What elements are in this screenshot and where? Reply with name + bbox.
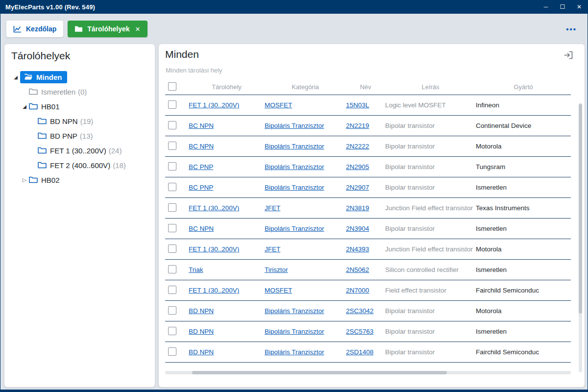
tree-item-bd-pnp[interactable]: BD PNP (13) — [4, 128, 155, 143]
storage-link[interactable]: Triak — [189, 266, 265, 273]
storage-link[interactable]: BD NPN — [189, 307, 265, 315]
storage-link[interactable]: BC NPN — [189, 225, 265, 232]
row-checkbox[interactable] — [168, 183, 176, 191]
category-link[interactable]: MOSFET — [265, 287, 346, 294]
category-link[interactable]: Bipoláris Tranzisztor — [265, 307, 346, 315]
col-header-category[interactable]: Kategória — [265, 83, 346, 91]
storage-link[interactable]: FET 1 (30..200V) — [189, 101, 265, 109]
select-all-checkbox[interactable] — [168, 82, 176, 91]
vertical-scrollbar[interactable] — [579, 103, 582, 372]
part-name-link[interactable]: 2SC3042 — [346, 307, 385, 315]
minimize-button[interactable]: ─ — [538, 0, 554, 14]
horizontal-scrollbar[interactable] — [165, 371, 571, 374]
item-count: (13) — [80, 132, 93, 140]
table-row: BC PNP Bipoláris Tranzisztor 2N2907 Bipo… — [165, 177, 571, 198]
row-checkbox[interactable] — [168, 121, 176, 129]
category-link[interactable]: Bipoláris Tranzisztor — [265, 184, 346, 191]
part-name-link[interactable]: 2N2905 — [346, 163, 385, 171]
collapse-arrow-icon[interactable]: ▷ — [20, 177, 29, 183]
storage-link[interactable]: BD NPN — [189, 328, 265, 335]
overflow-menu-button[interactable]: ••• — [566, 25, 582, 33]
category-link[interactable]: MOSFET — [265, 101, 346, 109]
col-header-name[interactable]: Név — [346, 83, 385, 91]
category-link[interactable]: JFET — [265, 245, 346, 253]
folder-icon — [29, 103, 38, 110]
tree-item-ismeretlen[interactable]: Ismeretlen (0) — [4, 84, 155, 99]
row-checkbox[interactable] — [168, 265, 176, 273]
window-title: MyElecParts v1.00 (Rev. 549) — [5, 3, 538, 11]
category-link[interactable]: Bipoláris Tranzisztor — [265, 328, 346, 335]
tree-item-bd-npn[interactable]: BD NPN (19) — [4, 114, 155, 128]
row-checkbox[interactable] — [168, 286, 176, 294]
col-header-storage[interactable]: Tárolóhely — [189, 83, 265, 91]
selected-highlight[interactable]: Minden — [20, 71, 67, 83]
storage-link[interactable]: BC PNP — [189, 163, 265, 171]
maximize-button[interactable]: ☐ — [554, 0, 571, 14]
folder-icon — [29, 176, 38, 183]
part-name-link[interactable]: 2N7000 — [346, 287, 385, 294]
export-icon[interactable] — [564, 51, 573, 61]
category-link[interactable]: Tirisztor — [265, 266, 346, 273]
part-name-link[interactable]: 2N4393 — [346, 245, 385, 253]
row-checkbox[interactable] — [168, 327, 176, 335]
col-header-description[interactable]: Leírás — [385, 83, 476, 91]
vertical-scrollbar-thumb[interactable] — [579, 104, 582, 314]
category-link[interactable]: Bipoláris Tranzisztor — [265, 163, 346, 171]
tree-item-minden[interactable]: ◢ Minden — [4, 70, 155, 84]
part-name-link[interactable]: 2N3904 — [346, 225, 385, 232]
tree-item-hb01[interactable]: ◢ HB01 — [4, 99, 155, 114]
part-name-link[interactable]: 15N03L — [346, 101, 385, 109]
row-checkbox[interactable] — [168, 245, 176, 253]
part-name-link[interactable]: 2N2907 — [346, 184, 385, 191]
category-link[interactable]: Bipoláris Tranzisztor — [265, 122, 346, 129]
row-checkbox[interactable] — [168, 100, 176, 109]
table-row: FET 1 (30..200V) MOSFET 2N7000 Field eff… — [165, 280, 571, 301]
manufacturer-cell: Fairchild Semiconduc — [476, 287, 571, 294]
row-checkbox[interactable] — [168, 203, 176, 212]
category-link[interactable]: JFET — [265, 204, 346, 212]
part-name-link[interactable]: 2N2219 — [346, 122, 385, 129]
storage-link[interactable]: FET 1 (30..200V) — [189, 287, 265, 294]
part-name-link[interactable]: 2SC5763 — [346, 328, 385, 335]
description-cell: Bipolar transistor — [385, 122, 476, 129]
close-button[interactable]: ✕ — [571, 0, 588, 14]
storage-link[interactable]: BC PNP — [189, 184, 265, 191]
storage-link[interactable]: BC NPN — [189, 143, 265, 150]
storage-link[interactable]: BC NPN — [189, 122, 265, 129]
tree-item-fet2[interactable]: FET 2 (400..600V) (18) — [4, 158, 155, 172]
part-name-link[interactable]: 2N5062 — [346, 266, 385, 273]
tab-tarolohelyek[interactable]: Tárolóhelyek ✕ — [68, 21, 147, 37]
part-name-link[interactable]: 2SD1408 — [346, 348, 385, 356]
row-checkbox[interactable] — [168, 347, 176, 356]
manufacturer-cell: Tungsram — [476, 163, 571, 171]
row-checkbox[interactable] — [168, 162, 176, 171]
tree-item-fet1[interactable]: FET 1 (30..200V) (24) — [4, 143, 155, 158]
description-cell: Bipolar transistor — [385, 328, 476, 335]
storage-link[interactable]: FET 1 (30..200V) — [189, 245, 265, 253]
horizontal-scrollbar-thumb[interactable] — [192, 371, 447, 374]
part-name-link[interactable]: 2N2222 — [346, 143, 385, 150]
manufacturer-cell: Ismeretlen — [476, 266, 571, 273]
manufacturer-cell: Texas Instruments — [476, 204, 571, 212]
table-row: FET 1 (30..200V) MOSFET 15N03L Logic lev… — [165, 95, 571, 116]
category-link[interactable]: Bipoláris Tranzisztor — [265, 348, 346, 356]
col-header-manufacturer[interactable]: Gyártó — [476, 83, 571, 91]
tab-kezdolap[interactable]: Kezdőlap — [6, 21, 63, 37]
category-link[interactable]: Bipoláris Tranzisztor — [265, 225, 346, 232]
storage-link[interactable]: FET 1 (30..200V) — [189, 204, 265, 212]
row-checkbox[interactable] — [168, 306, 176, 315]
storage-link[interactable]: BD NPN — [189, 348, 265, 356]
part-name-link[interactable]: 2N3819 — [346, 204, 385, 212]
category-link[interactable]: Bipoláris Tranzisztor — [265, 143, 346, 150]
tree-item-hb02[interactable]: ▷ HB02 — [4, 172, 155, 187]
tab-close-icon[interactable]: ✕ — [135, 25, 141, 33]
row-checkbox[interactable] — [168, 142, 176, 150]
item-count: (24) — [109, 147, 122, 155]
row-checkbox[interactable] — [168, 224, 176, 232]
manufacturer-cell: Ismeretlen — [476, 328, 571, 335]
manufacturer-cell: Infineon — [476, 101, 571, 109]
window-controls: ─ ☐ ✕ — [538, 0, 588, 14]
tab-bar: Kezdőlap Tárolóhelyek ✕ ••• — [0, 14, 588, 44]
expand-arrow-icon[interactable]: ◢ — [11, 74, 20, 80]
expand-arrow-icon[interactable]: ◢ — [20, 104, 29, 109]
